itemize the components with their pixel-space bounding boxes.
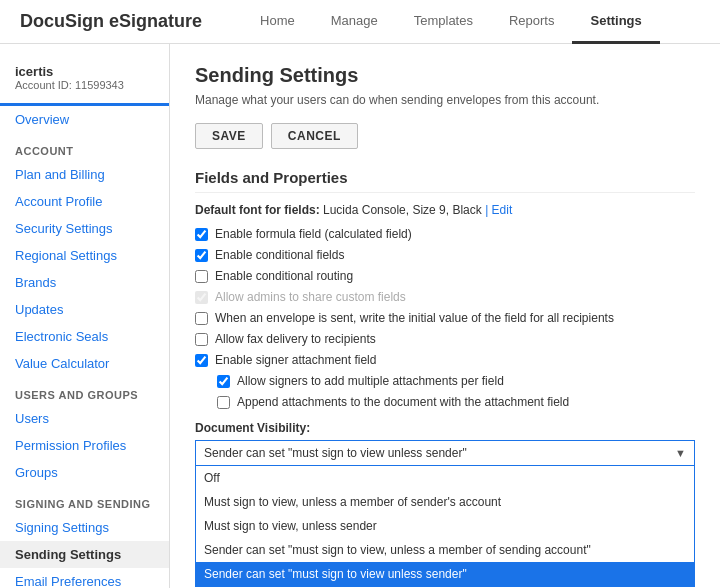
option-sender-set-sender[interactable]: Sender can set "must sign to view unless…: [196, 562, 694, 586]
sidebar-item-signing-settings[interactable]: Signing Settings: [0, 514, 169, 541]
sidebar-user-block: icertis Account ID: 11599343: [0, 59, 169, 106]
checkbox-conditional-fields[interactable]: [195, 249, 208, 262]
doc-visibility-options: Off Must sign to view, unless a member o…: [195, 466, 695, 587]
layout: icertis Account ID: 11599343 Overview AC…: [0, 44, 720, 588]
option-must-sign-member[interactable]: Must sign to view, unless a member of se…: [196, 490, 694, 514]
page-title: Sending Settings: [195, 64, 695, 87]
checkbox-conditional-routing-label: Enable conditional routing: [215, 269, 353, 283]
nav-settings[interactable]: Settings: [572, 0, 659, 44]
option-off[interactable]: Off: [196, 466, 694, 490]
checkbox-write-initial-value-label: When an envelope is sent, write the init…: [215, 311, 614, 325]
sidebar-item-account-profile[interactable]: Account Profile: [0, 188, 169, 215]
sidebar-item-electronic-seals[interactable]: Electronic Seals: [0, 323, 169, 350]
sidebar-item-brands[interactable]: Brands: [0, 269, 169, 296]
action-buttons: SAVE CANCEL: [195, 123, 695, 149]
checkbox-signer-attachment[interactable]: [195, 354, 208, 367]
sidebar-username: icertis: [15, 64, 154, 79]
checkbox-row-6: Allow fax delivery to recipients: [195, 332, 695, 346]
checkbox-conditional-routing[interactable]: [195, 270, 208, 283]
sidebar: icertis Account ID: 11599343 Overview AC…: [0, 44, 170, 588]
checkbox-row-9: Append attachments to the document with …: [217, 395, 695, 409]
sidebar-item-overview[interactable]: Overview: [0, 106, 169, 133]
checkbox-multiple-attachments[interactable]: [217, 375, 230, 388]
nav-manage[interactable]: Manage: [313, 0, 396, 44]
checkbox-fax-delivery[interactable]: [195, 333, 208, 346]
sidebar-account-id: Account ID: 11599343: [15, 79, 154, 91]
doc-visibility-select[interactable]: Sender can set "must sign to view unless…: [195, 440, 695, 466]
default-font-value: Lucida Console, Size 9, Black: [323, 203, 482, 217]
checkbox-row-1: Enable formula field (calculated field): [195, 227, 695, 241]
checkbox-share-custom-fields[interactable]: [195, 291, 208, 304]
sidebar-item-regional-settings[interactable]: Regional Settings: [0, 242, 169, 269]
sidebar-section-signing-sending: SIGNING AND SENDING: [0, 486, 169, 514]
sidebar-item-groups[interactable]: Groups: [0, 459, 169, 486]
checkbox-append-attachments[interactable]: [217, 396, 230, 409]
nav-templates[interactable]: Templates: [396, 0, 491, 44]
sidebar-item-value-calculator[interactable]: Value Calculator: [0, 350, 169, 377]
checkbox-write-initial-value[interactable]: [195, 312, 208, 325]
save-button[interactable]: SAVE: [195, 123, 263, 149]
option-sender-set-member[interactable]: Sender can set "must sign to view, unles…: [196, 538, 694, 562]
header: DocuSign eSignature Home Manage Template…: [0, 0, 720, 44]
option-must-sign-sender[interactable]: Must sign to view, unless sender: [196, 514, 694, 538]
checkbox-share-custom-fields-label: Allow admins to share custom fields: [215, 290, 406, 304]
fields-section-title: Fields and Properties: [195, 169, 695, 193]
nav-reports[interactable]: Reports: [491, 0, 573, 44]
nav-home[interactable]: Home: [242, 0, 313, 44]
sidebar-item-plan-billing[interactable]: Plan and Billing: [0, 161, 169, 188]
sidebar-item-updates[interactable]: Updates: [0, 296, 169, 323]
checkbox-row-5: When an envelope is sent, write the init…: [195, 311, 695, 325]
checkbox-formula-field[interactable]: [195, 228, 208, 241]
sidebar-item-sending-settings[interactable]: Sending Settings: [0, 541, 169, 568]
doc-visibility-dropdown-wrapper: Sender can set "must sign to view unless…: [195, 440, 695, 587]
edit-font-link[interactable]: | Edit: [485, 203, 512, 217]
sidebar-item-security-settings[interactable]: Security Settings: [0, 215, 169, 242]
main-content: Sending Settings Manage what your users …: [170, 44, 720, 588]
main-nav: Home Manage Templates Reports Settings: [242, 0, 700, 44]
sidebar-section-users: USERS AND GROUPS: [0, 377, 169, 405]
default-font-label: Default font for fields:: [195, 203, 320, 217]
checkbox-row-7: Enable signer attachment field: [195, 353, 695, 367]
checkbox-conditional-fields-label: Enable conditional fields: [215, 248, 344, 262]
checkbox-append-attachments-label: Append attachments to the document with …: [237, 395, 569, 409]
sidebar-section-account: ACCOUNT: [0, 133, 169, 161]
checkbox-row-4: Allow admins to share custom fields: [195, 290, 695, 304]
cancel-button[interactable]: CANCEL: [271, 123, 358, 149]
checkbox-formula-field-label: Enable formula field (calculated field): [215, 227, 412, 241]
checkbox-fax-delivery-label: Allow fax delivery to recipients: [215, 332, 376, 346]
doc-visibility-label: Document Visibility:: [195, 421, 695, 435]
checkbox-row-3: Enable conditional routing: [195, 269, 695, 283]
doc-visibility-selected-value: Sender can set "must sign to view unless…: [204, 446, 467, 460]
checkbox-multiple-attachments-label: Allow signers to add multiple attachment…: [237, 374, 504, 388]
checkbox-row-2: Enable conditional fields: [195, 248, 695, 262]
sidebar-item-email-preferences[interactable]: Email Preferences: [0, 568, 169, 588]
sidebar-item-permission-profiles[interactable]: Permission Profiles: [0, 432, 169, 459]
page-description: Manage what your users can do when sendi…: [195, 93, 695, 107]
sidebar-item-users[interactable]: Users: [0, 405, 169, 432]
logo: DocuSign eSignature: [20, 11, 202, 32]
dropdown-arrow-icon: ▼: [675, 447, 686, 459]
checkbox-signer-attachment-label: Enable signer attachment field: [215, 353, 376, 367]
default-font-line: Default font for fields: Lucida Console,…: [195, 203, 695, 217]
checkbox-row-8: Allow signers to add multiple attachment…: [217, 374, 695, 388]
